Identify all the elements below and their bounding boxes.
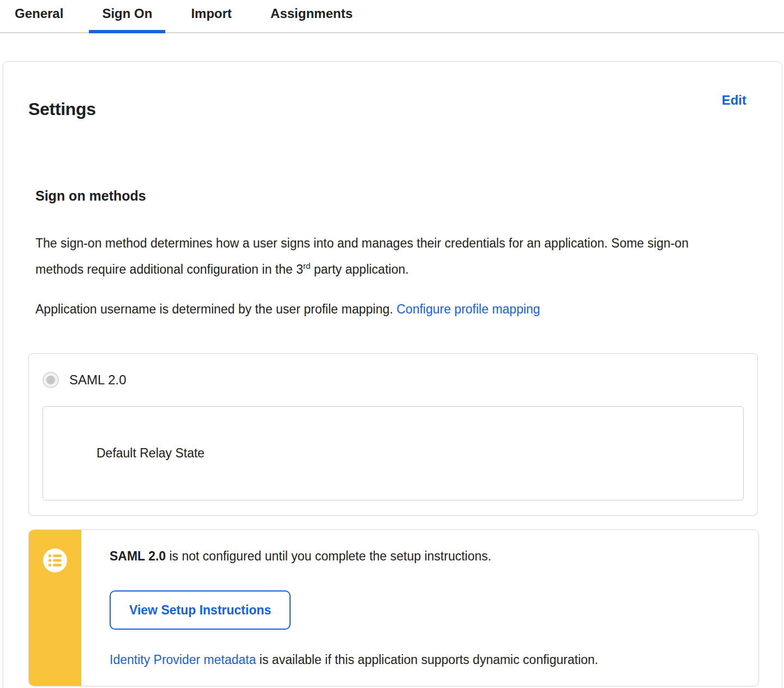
- configure-profile-mapping-link[interactable]: Configure profile mapping: [396, 302, 540, 316]
- tab-import[interactable]: Import: [178, 5, 245, 32]
- setup-callout: SAML 2.0 is not configured until you com…: [28, 529, 759, 686]
- tab-assignments[interactable]: Assignments: [257, 5, 366, 32]
- tab-general[interactable]: General: [2, 5, 76, 32]
- settings-card-header: Settings Edit: [28, 87, 758, 131]
- setup-instructions-list-icon: [43, 548, 67, 572]
- application-username-line: Application username is determined by th…: [35, 296, 758, 322]
- saml-radio-row[interactable]: SAML 2.0: [43, 372, 744, 388]
- metadata-line-rest: is available if this application support…: [256, 653, 598, 667]
- view-setup-instructions-button[interactable]: View Setup Instructions: [110, 590, 291, 630]
- description-text-end: party application.: [310, 262, 408, 276]
- saml-radio-label: SAML 2.0: [69, 372, 126, 388]
- default-relay-state-label: Default Relay State: [97, 446, 204, 461]
- identity-provider-metadata-link[interactable]: Identity Provider metadata: [110, 653, 256, 667]
- callout-message-rest: is not configured until you complete the…: [166, 549, 491, 563]
- settings-title: Settings: [28, 99, 96, 119]
- sign-on-methods-heading: Sign on methods: [35, 188, 758, 204]
- saml-radio-button[interactable]: [43, 372, 59, 388]
- sign-on-method-box: SAML 2.0 Default Relay State: [28, 353, 758, 516]
- settings-card: Settings Edit Sign on methods The sign-o…: [3, 61, 782, 688]
- callout-message: SAML 2.0 is not configured until you com…: [110, 548, 737, 564]
- tab-sign-on[interactable]: Sign On: [89, 5, 165, 32]
- sign-on-methods-description: The sign-on method determines how a user…: [35, 230, 711, 282]
- application-username-text: Application username is determined by th…: [35, 302, 396, 316]
- metadata-line: Identity Provider metadata is available …: [110, 651, 737, 668]
- callout-message-bold: SAML 2.0: [110, 549, 166, 563]
- edit-settings-link[interactable]: Edit: [722, 93, 746, 108]
- callout-body: SAML 2.0 is not configured until you com…: [81, 530, 758, 686]
- description-superscript: rd: [303, 261, 310, 270]
- default-relay-state-field: Default Relay State: [43, 406, 744, 500]
- app-tab-bar: General Sign On Import Assignments: [0, 0, 784, 33]
- callout-caution-band: [29, 530, 81, 686]
